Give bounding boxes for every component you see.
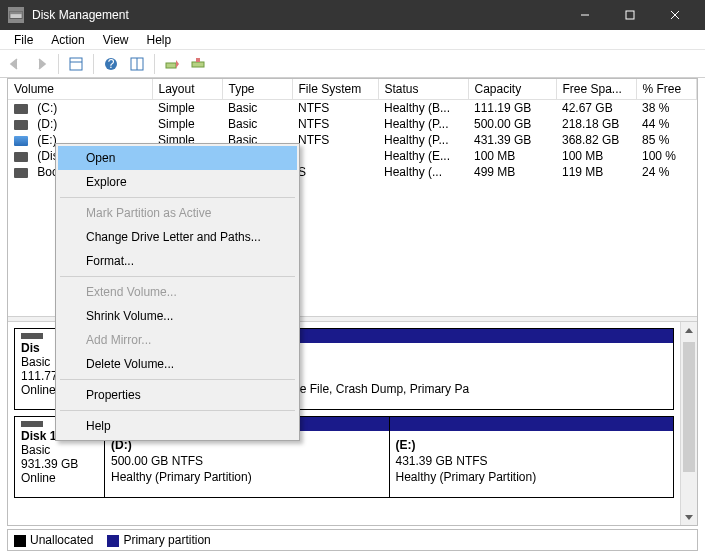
cell-layout: Simple: [152, 116, 222, 132]
cell-pct: 44 %: [636, 116, 697, 132]
cell-pct: 85 %: [636, 132, 697, 148]
disk-name: Disk 1: [21, 429, 56, 443]
col-pctfree[interactable]: % Free: [636, 79, 697, 100]
partition-stripe: [390, 417, 674, 431]
table-header-row: Volume Layout Type File System Status Ca…: [8, 79, 697, 100]
partition-status: Healthy (Primary Partition): [111, 470, 252, 484]
col-status[interactable]: Status: [378, 79, 468, 100]
svg-rect-14: [196, 58, 200, 62]
cell-status: Healthy (E...: [378, 148, 468, 164]
col-type[interactable]: Type: [222, 79, 292, 100]
toolbar-view-2-button[interactable]: [126, 53, 148, 75]
cell-free: 119 MB: [556, 164, 636, 180]
cell-fs: NTFS: [292, 132, 378, 148]
table-row[interactable]: (C:)SimpleBasicNTFSHealthy (B...111.19 G…: [8, 100, 697, 117]
vertical-scrollbar[interactable]: [680, 322, 697, 525]
cell-fs: NTFS: [292, 116, 378, 132]
cell-status: Healthy (B...: [378, 100, 468, 117]
svg-rect-3: [626, 11, 634, 19]
cell-capacity: 111.19 GB: [468, 100, 556, 117]
disk-status: Online: [21, 471, 56, 485]
partition-status: Healthy (Primary Partition): [396, 470, 537, 484]
back-button: [4, 53, 26, 75]
svg-rect-13: [192, 62, 204, 67]
context-menu-separator: [60, 276, 295, 277]
context-menu-item: Add Mirror...: [58, 328, 297, 352]
drive-icon: [14, 152, 28, 162]
cell-status: Healthy (P...: [378, 132, 468, 148]
minimize-button[interactable]: [562, 0, 607, 30]
toolbar-action-1-button[interactable]: [161, 53, 183, 75]
partition[interactable]: (E:)431.39 GB NTFSHealthy (Primary Parti…: [390, 417, 674, 497]
menu-action[interactable]: Action: [43, 31, 92, 49]
scroll-up-arrow[interactable]: [681, 322, 697, 339]
disk-status: Online: [21, 383, 56, 397]
context-menu-separator: [60, 379, 295, 380]
context-menu-item: Extend Volume...: [58, 280, 297, 304]
context-menu-item[interactable]: Change Drive Letter and Paths...: [58, 225, 297, 249]
app-icon: [8, 7, 24, 23]
forward-button: [30, 53, 52, 75]
context-menu-item[interactable]: Help: [58, 414, 297, 438]
svg-rect-12: [166, 63, 176, 68]
context-menu-item[interactable]: Delete Volume...: [58, 352, 297, 376]
disk-type: Basic: [21, 355, 50, 369]
table-row[interactable]: (D:)SimpleBasicNTFSHealthy (P...500.00 G…: [8, 116, 697, 132]
close-button[interactable]: [652, 0, 697, 30]
menubar: File Action View Help: [0, 30, 705, 50]
col-free[interactable]: Free Spa...: [556, 79, 636, 100]
cell-type: Basic: [222, 116, 292, 132]
disk-icon: [21, 421, 43, 427]
help-button[interactable]: ?: [100, 53, 122, 75]
context-menu-item[interactable]: Shrink Volume...: [58, 304, 297, 328]
cell-fs: [292, 148, 378, 164]
partition-size: 500.00 GB NTFS: [111, 454, 203, 468]
svg-rect-1: [10, 12, 22, 15]
cell-fs: S: [292, 164, 378, 180]
menu-view[interactable]: View: [95, 31, 137, 49]
col-capacity[interactable]: Capacity: [468, 79, 556, 100]
toolbar: ?: [0, 50, 705, 78]
scroll-down-arrow[interactable]: [681, 508, 697, 525]
titlebar: Disk Management: [0, 0, 705, 30]
toolbar-action-2-button[interactable]: [187, 53, 209, 75]
context-menu-separator: [60, 197, 295, 198]
context-menu-item[interactable]: Format...: [58, 249, 297, 273]
context-menu-item[interactable]: Open: [58, 146, 297, 170]
menu-file[interactable]: File: [6, 31, 41, 49]
toolbar-view-1-button[interactable]: [65, 53, 87, 75]
cell-capacity: 499 MB: [468, 164, 556, 180]
legend-unallocated: Unallocated: [14, 533, 93, 547]
menu-help[interactable]: Help: [139, 31, 180, 49]
col-filesystem[interactable]: File System: [292, 79, 378, 100]
legend: Unallocated Primary partition: [7, 529, 698, 551]
context-menu-item[interactable]: Explore: [58, 170, 297, 194]
context-menu-item: Mark Partition as Active: [58, 201, 297, 225]
cell-free: 100 MB: [556, 148, 636, 164]
context-menu-separator: [60, 410, 295, 411]
col-volume[interactable]: Volume: [8, 79, 152, 100]
disk-size: 931.39 GB: [21, 457, 78, 471]
cell-pct: 38 %: [636, 100, 697, 117]
cell-layout: Simple: [152, 100, 222, 117]
cell-free: 368.82 GB: [556, 132, 636, 148]
cell-free: 218.18 GB: [556, 116, 636, 132]
cell-status: Healthy (P...: [378, 116, 468, 132]
cell-status: Healthy (...: [378, 164, 468, 180]
cell-type: Basic: [222, 100, 292, 117]
drive-icon: [14, 136, 28, 146]
cell-pct: 100 %: [636, 148, 697, 164]
disk-type: Basic: [21, 443, 50, 457]
cell-capacity: 431.39 GB: [468, 132, 556, 148]
disk-name: Dis: [21, 341, 40, 355]
window-title: Disk Management: [32, 8, 562, 22]
drive-icon: [14, 104, 28, 114]
cell-fs: NTFS: [292, 100, 378, 117]
maximize-button[interactable]: [607, 0, 652, 30]
context-menu-item[interactable]: Properties: [58, 383, 297, 407]
scroll-thumb[interactable]: [683, 342, 695, 472]
cell-pct: 24 %: [636, 164, 697, 180]
col-layout[interactable]: Layout: [152, 79, 222, 100]
partition-letter: (E:): [396, 438, 416, 452]
partition-size: 431.39 GB NTFS: [396, 454, 488, 468]
